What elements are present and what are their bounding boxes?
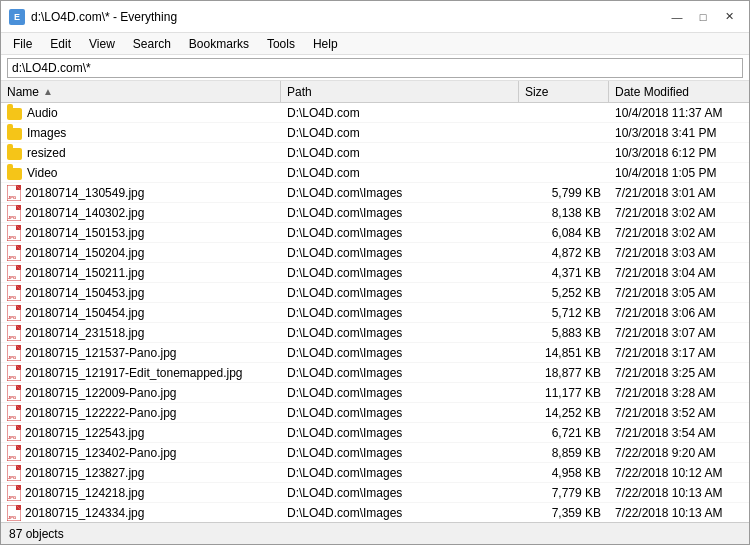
file-name-cell: JPG 20180714_231518.jpg: [1, 323, 281, 342]
window-title: d:\LO4D.com\* - Everything: [31, 10, 177, 24]
menu-item-help[interactable]: Help: [305, 35, 346, 53]
table-row[interactable]: JPG 20180714_231518.jpgD:\LO4D.com\Image…: [1, 323, 749, 343]
file-name-cell: Video: [1, 163, 281, 182]
file-date-cell: 10/4/2018 11:37 AM: [609, 103, 749, 122]
file-path-cell: D:\LO4D.com\Images: [281, 303, 519, 322]
file-name-cell: JPG 20180714_150153.jpg: [1, 223, 281, 242]
file-date-cell: 7/21/2018 3:07 AM: [609, 323, 749, 342]
file-name-text: 20180715_121537-Pano.jpg: [25, 346, 176, 360]
table-row[interactable]: ImagesD:\LO4D.com10/3/2018 3:41 PM: [1, 123, 749, 143]
menu-item-tools[interactable]: Tools: [259, 35, 303, 53]
table-row[interactable]: JPG 20180715_121537-Pano.jpgD:\LO4D.com\…: [1, 343, 749, 363]
table-row[interactable]: JPG 20180715_122222-Pano.jpgD:\LO4D.com\…: [1, 403, 749, 423]
file-path-cell: D:\LO4D.com\Images: [281, 403, 519, 422]
file-size-cell: 6,084 KB: [519, 223, 609, 242]
file-date-cell: 7/22/2018 9:20 AM: [609, 443, 749, 462]
file-name-text: 20180714_150211.jpg: [25, 266, 144, 280]
col-path[interactable]: Path: [281, 81, 519, 102]
maximize-button[interactable]: □: [691, 6, 715, 28]
jpg-icon: JPG: [7, 485, 21, 501]
col-date[interactable]: Date Modified: [609, 81, 749, 102]
svg-text:JPG: JPG: [8, 355, 16, 360]
file-name-text: 20180715_122222-Pano.jpg: [25, 406, 176, 420]
menu-item-bookmarks[interactable]: Bookmarks: [181, 35, 257, 53]
file-rows-container: AudioD:\LO4D.com10/4/2018 11:37 AMImages…: [1, 103, 749, 522]
file-name-text: Audio: [27, 106, 58, 120]
file-size-cell: [519, 143, 609, 162]
folder-icon: [7, 126, 23, 140]
svg-text:JPG: JPG: [8, 455, 16, 460]
menu-item-search[interactable]: Search: [125, 35, 179, 53]
file-date-cell: 7/21/2018 3:17 AM: [609, 343, 749, 362]
file-name-cell: JPG 20180714_150453.jpg: [1, 283, 281, 302]
table-row[interactable]: JPG 20180714_150153.jpgD:\LO4D.com\Image…: [1, 223, 749, 243]
file-date-cell: 7/21/2018 3:04 AM: [609, 263, 749, 282]
table-row[interactable]: resizedD:\LO4D.com10/3/2018 6:12 PM: [1, 143, 749, 163]
col-size[interactable]: Size: [519, 81, 609, 102]
table-row[interactable]: JPG 20180715_122543.jpgD:\LO4D.com\Image…: [1, 423, 749, 443]
table-row[interactable]: JPG 20180715_124334.jpgD:\LO4D.com\Image…: [1, 503, 749, 522]
jpg-icon: JPG: [7, 205, 21, 221]
file-size-cell: 5,712 KB: [519, 303, 609, 322]
file-path-cell: D:\LO4D.com: [281, 163, 519, 182]
address-input[interactable]: [7, 58, 743, 78]
menu-item-edit[interactable]: Edit: [42, 35, 79, 53]
minimize-button[interactable]: —: [665, 6, 689, 28]
file-name-text: 20180715_124334.jpg: [25, 506, 144, 520]
file-size-cell: [519, 123, 609, 142]
file-path-cell: D:\LO4D.com\Images: [281, 383, 519, 402]
table-row[interactable]: JPG 20180714_150454.jpgD:\LO4D.com\Image…: [1, 303, 749, 323]
file-size-cell: 4,371 KB: [519, 263, 609, 282]
file-path-cell: D:\LO4D.com\Images: [281, 223, 519, 242]
app-icon: E: [9, 9, 25, 25]
window-controls: — □ ✕: [665, 6, 741, 28]
table-row[interactable]: JPG 20180714_140302.jpgD:\LO4D.com\Image…: [1, 203, 749, 223]
table-row[interactable]: JPG 20180715_122009-Pano.jpgD:\LO4D.com\…: [1, 383, 749, 403]
file-path-cell: D:\LO4D.com\Images: [281, 203, 519, 222]
file-size-cell: 5,799 KB: [519, 183, 609, 202]
table-row[interactable]: JPG 20180714_150453.jpgD:\LO4D.com\Image…: [1, 283, 749, 303]
file-date-cell: 7/21/2018 3:05 AM: [609, 283, 749, 302]
menu-item-view[interactable]: View: [81, 35, 123, 53]
file-name-text: 20180714_130549.jpg: [25, 186, 144, 200]
table-row[interactable]: JPG 20180714_150204.jpgD:\LO4D.com\Image…: [1, 243, 749, 263]
file-size-cell: [519, 163, 609, 182]
file-size-cell: 18,877 KB: [519, 363, 609, 382]
file-size-cell: 14,851 KB: [519, 343, 609, 362]
col-name[interactable]: Name ▲: [1, 81, 281, 102]
table-row[interactable]: JPG 20180714_130549.jpgD:\LO4D.com\Image…: [1, 183, 749, 203]
file-name-cell: JPG 20180714_130549.jpg: [1, 183, 281, 202]
file-name-cell: JPG 20180715_121537-Pano.jpg: [1, 343, 281, 362]
file-date-cell: 7/21/2018 3:02 AM: [609, 203, 749, 222]
file-list-container: Name ▲ Path Size Date Modified AudioD:\L…: [1, 81, 749, 522]
status-text: 87 objects: [9, 527, 64, 541]
table-row[interactable]: JPG 20180715_124218.jpgD:\LO4D.com\Image…: [1, 483, 749, 503]
file-name-cell: JPG 20180715_124334.jpg: [1, 503, 281, 522]
file-name-text: 20180715_122009-Pano.jpg: [25, 386, 176, 400]
table-row[interactable]: JPG 20180715_121917-Edit_tonemapped.jpgD…: [1, 363, 749, 383]
main-window: E d:\LO4D.com\* - Everything — □ ✕ FileE…: [0, 0, 750, 545]
close-button[interactable]: ✕: [717, 6, 741, 28]
file-list-scroll[interactable]: AudioD:\LO4D.com10/4/2018 11:37 AMImages…: [1, 103, 749, 522]
menu-item-file[interactable]: File: [5, 35, 40, 53]
folder-icon: [7, 166, 23, 180]
svg-text:JPG: JPG: [8, 475, 16, 480]
table-row[interactable]: JPG 20180714_150211.jpgD:\LO4D.com\Image…: [1, 263, 749, 283]
table-row[interactable]: AudioD:\LO4D.com10/4/2018 11:37 AM: [1, 103, 749, 123]
file-path-cell: D:\LO4D.com\Images: [281, 363, 519, 382]
status-bar: 87 objects: [1, 522, 749, 544]
table-row[interactable]: VideoD:\LO4D.com10/4/2018 1:05 PM: [1, 163, 749, 183]
table-row[interactable]: JPG 20180715_123827.jpgD:\LO4D.com\Image…: [1, 463, 749, 483]
file-size-cell: 7,359 KB: [519, 503, 609, 522]
file-size-cell: 7,779 KB: [519, 483, 609, 502]
file-name-cell: Images: [1, 123, 281, 142]
table-row[interactable]: JPG 20180715_123402-Pano.jpgD:\LO4D.com\…: [1, 443, 749, 463]
file-date-cell: 10/3/2018 3:41 PM: [609, 123, 749, 142]
file-name-text: 20180715_123827.jpg: [25, 466, 144, 480]
title-bar-left: E d:\LO4D.com\* - Everything: [9, 9, 177, 25]
file-name-cell: JPG 20180715_122543.jpg: [1, 423, 281, 442]
jpg-icon: JPG: [7, 385, 21, 401]
file-name-cell: JPG 20180715_121917-Edit_tonemapped.jpg: [1, 363, 281, 382]
file-date-cell: 7/22/2018 10:12 AM: [609, 463, 749, 482]
jpg-icon: JPG: [7, 465, 21, 481]
